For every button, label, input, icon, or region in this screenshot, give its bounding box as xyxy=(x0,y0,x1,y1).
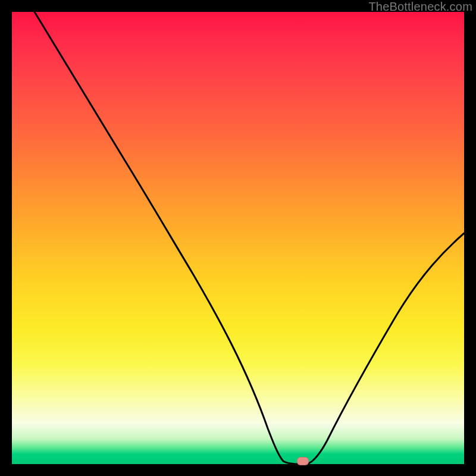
plot-area xyxy=(12,12,464,464)
bottleneck-curve xyxy=(35,12,464,464)
watermark-text: TheBottleneck.com xyxy=(368,0,472,14)
chart-frame: TheBottleneck.com xyxy=(0,0,476,476)
optimal-marker xyxy=(297,457,309,465)
curve-layer xyxy=(12,12,464,464)
